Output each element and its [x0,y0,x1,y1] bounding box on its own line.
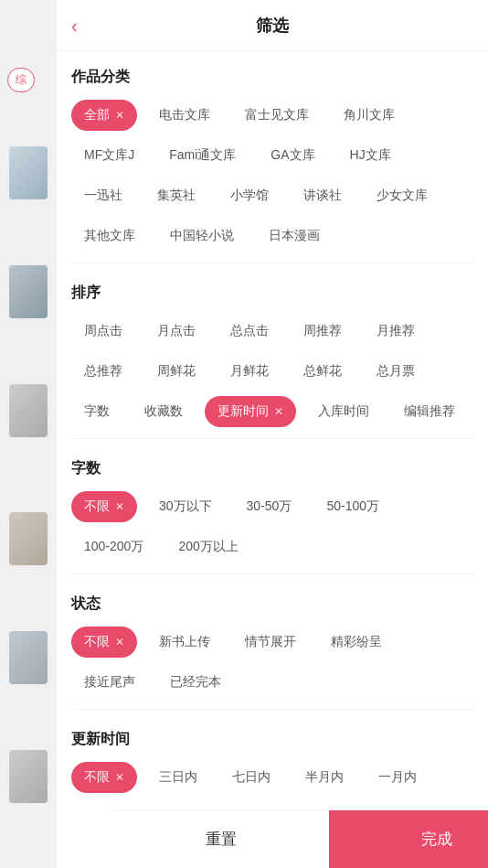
bottom-spacer [71,800,473,809]
divider-4 [71,709,473,710]
tag-sort-1[interactable]: 月点击 [144,316,208,347]
sort-tags: 周点击 月点击 总点击 周推荐 月推荐 总推荐 周鲜花 月鲜花 总鲜花 总月票 … [71,316,473,427]
bottom-bar: 重置 完成 [113,809,488,868]
tag-category-15[interactable]: 日本漫画 [256,220,333,252]
back-button[interactable]: ‹ [71,15,78,36]
tag-sort-8[interactable]: 总鲜花 [291,356,355,387]
left-panel: 综 [0,0,57,868]
book-thumb-3 [9,384,48,437]
tag-status-0[interactable]: 不限✕ [71,627,137,658]
tag-sort-2[interactable]: 总点击 [217,316,281,347]
tag-category-13[interactable]: 其他文库 [71,220,148,252]
tag-category-2[interactable]: 富士见文库 [232,100,322,131]
page-title: 筛选 [256,15,289,37]
tag-update-3[interactable]: 半月内 [292,762,356,793]
content-area: 作品分类 全部✕ 电击文库 富士见文库 角川文库 MF文库J Fami通文库 G… [57,51,488,809]
tag-sort-12[interactable]: 更新时间✕ [205,396,296,427]
tag-status-5[interactable]: 已经完本 [157,667,234,698]
tag-sort-4[interactable]: 月推荐 [364,316,428,347]
tag-category-6[interactable]: GA文库 [258,140,327,171]
book-thumb-2 [9,265,48,318]
tag-status-3[interactable]: 精彩纷呈 [318,627,395,658]
tag-category-3[interactable]: 角川文库 [331,100,408,131]
words-tags: 不限✕ 30万以下 30-50万 50-100万 100-200万 200万以上 [71,491,473,563]
tag-words-2[interactable]: 30-50万 [234,491,305,522]
tag-words-1[interactable]: 30万以下 [146,491,225,522]
status-tags: 不限✕ 新书上传 情节展开 精彩纷呈 接近尾声 已经完本 [71,627,473,698]
tag-update-0[interactable]: 不限✕ [71,762,137,793]
tag-category-9[interactable]: 集英社 [144,180,208,211]
tag-status-1[interactable]: 新书上传 [146,627,223,658]
tag-sort-6[interactable]: 周鲜花 [144,356,208,387]
update-time-tags: 不限✕ 三日内 七日内 半月内 一月内 [71,762,473,793]
sort-section: 排序 周点击 月点击 总点击 周推荐 月推荐 总推荐 周鲜花 月鲜花 总鲜花 总… [71,267,473,434]
tag-words-3[interactable]: 50-100万 [313,491,392,522]
tag-update-1[interactable]: 三日内 [146,762,210,793]
tag-category-12[interactable]: 少女文库 [364,180,440,211]
tag-update-4[interactable]: 一月内 [366,762,430,793]
comprehensive-tab[interactable]: 综 [7,68,35,92]
status-section: 状态 不限✕ 新书上传 情节展开 精彩纷呈 接近尾声 已经完本 [71,578,473,705]
category-tags: 全部✕ 电击文库 富士见文库 角川文库 MF文库J Fami通文库 GA文库 H… [71,100,473,252]
category-section: 作品分类 全部✕ 电击文库 富士见文库 角川文库 MF文库J Fami通文库 G… [71,51,473,259]
book-thumb-4 [9,512,48,565]
main-panel: ‹ 筛选 作品分类 全部✕ 电击文库 富士见文库 角川文库 MF文库J Fami… [57,0,488,868]
words-section: 字数 不限✕ 30万以下 30-50万 50-100万 100-200万 200… [71,443,473,570]
tag-update-2[interactable]: 七日内 [219,762,283,793]
tag-sort-13[interactable]: 入库时间 [305,396,382,427]
tag-category-10[interactable]: 小学馆 [217,180,281,211]
tag-words-0[interactable]: 不限✕ [71,491,137,522]
confirm-button[interactable]: 完成 [329,810,488,868]
tag-sort-11[interactable]: 收藏数 [132,396,196,427]
tag-sort-3[interactable]: 周推荐 [291,316,355,347]
status-title: 状态 [71,595,473,614]
tag-sort-7[interactable]: 月鲜花 [217,356,281,387]
divider-1 [71,263,473,263]
divider-2 [71,438,473,439]
tag-words-5[interactable]: 200万以上 [165,531,250,563]
book-thumb-6 [9,750,48,803]
tag-sort-0[interactable]: 周点击 [71,316,135,347]
tag-status-2[interactable]: 情节展开 [232,627,309,658]
header: ‹ 筛选 [57,0,488,51]
tag-category-1[interactable]: 电击文库 [146,100,223,131]
tag-category-11[interactable]: 讲谈社 [291,180,355,211]
divider-3 [71,573,473,574]
tag-sort-5[interactable]: 总推荐 [71,356,135,387]
sort-title: 排序 [71,284,473,303]
update-time-title: 更新时间 [71,730,473,749]
tag-category-4[interactable]: MF文库J [71,140,147,171]
book-thumb-1 [9,146,48,199]
update-time-section: 更新时间 不限✕ 三日内 七日内 半月内 一月内 [71,713,473,800]
words-title: 字数 [71,459,473,478]
tag-status-4[interactable]: 接近尾声 [71,667,148,698]
tag-sort-9[interactable]: 总月票 [364,356,428,387]
reset-button[interactable]: 重置 [113,810,329,868]
tag-sort-10[interactable]: 字数 [71,396,122,427]
category-title: 作品分类 [71,68,473,87]
tag-words-4[interactable]: 100-200万 [71,531,156,563]
tag-category-14[interactable]: 中国轻小说 [157,220,247,252]
tag-category-8[interactable]: 一迅社 [71,180,135,211]
book-thumb-5 [9,631,48,684]
tag-category-7[interactable]: HJ文库 [337,140,404,171]
tag-category-0[interactable]: 全部✕ [71,100,137,131]
tag-sort-14[interactable]: 编辑推荐 [391,396,468,427]
tag-category-5[interactable]: Fami通文库 [156,140,249,171]
